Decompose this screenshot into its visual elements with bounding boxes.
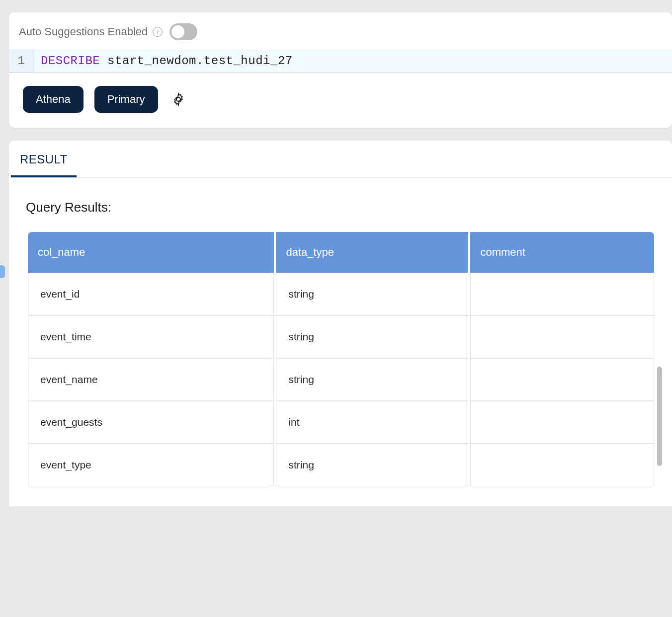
code-line[interactable]: DESCRIBE start_newdom.test_hudi_27 [34, 49, 672, 73]
auto-suggestions-toggle[interactable] [169, 23, 197, 40]
cell-comment [470, 273, 654, 315]
cell-col_name: event_name [28, 358, 274, 401]
results-title: Query Results: [26, 200, 656, 215]
cell-data_type: string [276, 273, 468, 315]
results-panel: RESULT Query Results: col_name data_type… [9, 141, 672, 506]
info-icon[interactable]: i [153, 27, 163, 37]
cell-col_name: event_guests [28, 401, 274, 444]
table-row[interactable]: event_idstring [28, 273, 654, 315]
cell-data_type: int [276, 401, 468, 444]
cell-comment [470, 401, 654, 444]
cell-col_name: event_id [28, 273, 274, 315]
engine-button[interactable]: Athena [23, 86, 84, 113]
tab-result[interactable]: RESULT [11, 141, 77, 177]
code-editor[interactable]: 1 DESCRIBE start_newdom.test_hudi_27 [9, 49, 672, 73]
line-number-gutter: 1 [9, 49, 34, 73]
scrollbar-thumb[interactable] [657, 367, 662, 466]
scrollbar-track[interactable] [657, 367, 662, 466]
editor-buttons-row: Athena Primary [9, 73, 672, 113]
col-header-comment[interactable]: comment [470, 232, 654, 273]
col-header-data-type[interactable]: data_type [276, 232, 468, 273]
cell-data_type: string [276, 358, 468, 401]
page-accent [0, 265, 5, 278]
table-row[interactable]: event_namestring [28, 358, 654, 401]
cell-data_type: string [276, 315, 468, 358]
settings-button[interactable] [169, 90, 188, 109]
gear-icon [171, 92, 186, 107]
col-header-col-name[interactable]: col_name [28, 232, 274, 273]
cell-comment [470, 444, 654, 486]
cell-col_name: event_type [28, 444, 274, 486]
cell-col_name: event_time [28, 315, 274, 358]
table-row[interactable]: event_timestring [28, 315, 654, 358]
cell-comment [470, 358, 654, 401]
sql-keyword: DESCRIBE [41, 54, 100, 68]
suggestions-row: Auto Suggestions Enabled i [9, 23, 672, 40]
results-table: col_name data_type comment event_idstrin… [26, 232, 656, 486]
query-editor-panel: Auto Suggestions Enabled i 1 DESCRIBE st… [9, 12, 672, 128]
table-row[interactable]: event_guestsint [28, 401, 654, 444]
tabs-row: RESULT [9, 141, 672, 178]
auto-suggestions-label: Auto Suggestions Enabled [19, 25, 148, 38]
table-row[interactable]: event_typestring [28, 444, 654, 486]
toggle-knob [171, 25, 184, 38]
cell-comment [470, 315, 654, 358]
table-header-row: col_name data_type comment [28, 232, 654, 273]
cell-data_type: string [276, 444, 468, 486]
results-body: Query Results: col_name data_type commen… [9, 178, 672, 506]
workgroup-button[interactable]: Primary [94, 86, 158, 113]
sql-rest: start_newdom.test_hudi_27 [100, 54, 292, 68]
